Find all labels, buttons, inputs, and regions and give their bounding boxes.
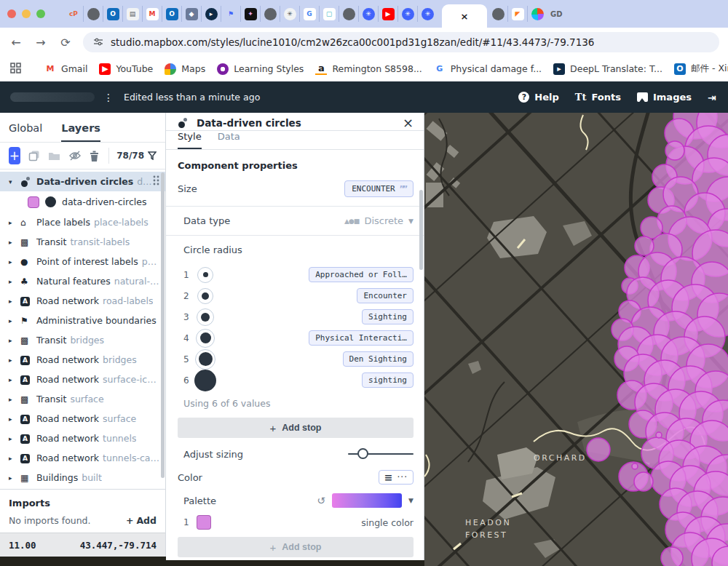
layer-row-built[interactable]: ▸▦Buildingsbuilt xyxy=(0,468,165,487)
layer-row-tunnels-case[interactable]: ▸ARoad networktunnels-case xyxy=(0,448,165,468)
active-tab[interactable]: × xyxy=(442,4,487,28)
deepl-favicon[interactable]: ▸ xyxy=(205,8,218,20)
add-color-stop-button[interactable]: + Add stop xyxy=(178,537,414,557)
pinned-tab-document[interactable]: ▤ xyxy=(123,6,143,22)
maximize-window-button[interactable] xyxy=(36,9,45,18)
size-value-button[interactable]: ENCOUNTER”” xyxy=(344,180,414,197)
stop-value-button[interactable]: Approached or Foll… xyxy=(309,267,414,282)
pinned-tab-cpanel[interactable]: cP xyxy=(64,6,84,22)
delete-layer-icon[interactable] xyxy=(90,151,99,162)
stop-value-button[interactable]: Physical Interacti… xyxy=(309,330,414,346)
youtube-favicon[interactable]: ▶ xyxy=(382,8,395,20)
radius-preview-dot[interactable] xyxy=(200,332,211,343)
expand-icon[interactable]: ▸ xyxy=(9,356,20,364)
layer-row-surface[interactable]: ▸▩Transitsurface xyxy=(0,389,165,409)
bookmark-item[interactable]: aRemington S8598... xyxy=(309,60,427,78)
radius-preview-dot[interactable] xyxy=(201,313,210,322)
bookmark-item[interactable]: MGmail xyxy=(39,60,93,78)
fonts-button[interactable]: Tt Fonts xyxy=(575,92,621,103)
stop-value-button[interactable]: sighting xyxy=(362,372,414,388)
tab-global[interactable]: Global xyxy=(9,122,42,142)
url-bar[interactable]: studio.mapbox.com/styles/lucine1010/cm2w… xyxy=(83,32,719,52)
close-tab-icon[interactable]: × xyxy=(461,11,469,22)
adjust-sizing-slider[interactable] xyxy=(348,448,414,460)
bookmark-item[interactable]: ▸DeepL Translate: T... xyxy=(547,60,668,78)
photo-editor-favicon[interactable]: ✦ xyxy=(245,8,257,20)
tab-style[interactable]: Style xyxy=(178,131,202,149)
close-window-button[interactable] xyxy=(7,9,16,18)
layer-row-poi-labels[interactable]: ▸●Point of interest labelspoi-labels xyxy=(0,252,165,271)
openai-favicon[interactable]: ✳ xyxy=(284,8,296,20)
expand-icon[interactable]: ▸ xyxy=(9,396,20,403)
add-stop-button[interactable]: + Add stop xyxy=(178,418,414,438)
layer-row-admin[interactable]: ▸⚑Administrative boundariesadmin xyxy=(0,311,165,330)
pinned-tab-outlook[interactable]: O xyxy=(103,6,123,22)
palette-gradient-swatch[interactable] xyxy=(332,493,402,508)
mapbox-favicon[interactable]: ✳ xyxy=(363,8,375,20)
layer-row-bridges[interactable]: ▸ARoad networkbridges xyxy=(0,350,165,370)
expand-icon[interactable]: ▸ xyxy=(9,435,20,442)
pinned-tab-youtube[interactable]: ▶ xyxy=(379,6,398,22)
bookmark-item[interactable]: Maps xyxy=(159,60,211,78)
hide-layer-icon[interactable] xyxy=(68,151,82,161)
bookmark-item[interactable]: ▶YouTube xyxy=(93,60,159,78)
pinned-tab-globe[interactable] xyxy=(84,6,103,22)
outlook-favicon[interactable]: O xyxy=(166,8,178,20)
window-controls[interactable] xyxy=(7,9,45,18)
radius-preview-dot[interactable] xyxy=(194,370,216,391)
pinned-tab-globe[interactable] xyxy=(261,6,280,22)
expand-icon[interactable]: ▸ xyxy=(9,239,20,246)
radius-preview-dot[interactable] xyxy=(199,352,213,366)
layer-row-natural-labels[interactable]: ▸♣Natural featuresnatural-labels xyxy=(0,271,165,291)
pinned-tab-frame[interactable]: ▢ xyxy=(320,6,339,22)
add-layer-button[interactable]: + xyxy=(9,147,20,164)
globe-favicon[interactable] xyxy=(87,8,100,20)
pinned-tab-cube[interactable]: ◆ xyxy=(182,6,202,22)
images-button[interactable]: Images xyxy=(637,92,692,103)
cpanel-favicon[interactable]: cP xyxy=(68,8,80,20)
color-options-button[interactable]: ≡ ··· xyxy=(379,470,414,485)
pinned-tab-studio[interactable]: ◤ xyxy=(508,6,528,22)
pinned-tab-mapbox[interactable]: ✳ xyxy=(418,6,438,22)
sublayer-row[interactable]: data-driven-circles xyxy=(0,191,165,212)
close-panel-icon[interactable]: × xyxy=(403,115,414,130)
expand-icon[interactable]: ▸ xyxy=(9,415,20,423)
pinned-tab-figma[interactable] xyxy=(528,6,547,22)
expand-icon[interactable]: ▸ xyxy=(9,278,20,285)
mapbox-favicon[interactable]: ✳ xyxy=(422,8,434,20)
layer-row-place-labels[interactable]: ▸⌂Place labelsplace-labels xyxy=(0,212,165,232)
pinned-tab-globe[interactable] xyxy=(339,6,359,22)
layer-row-bridges[interactable]: ▸▩Transitbridges xyxy=(0,330,165,350)
panel-scrollbar[interactable] xyxy=(419,190,423,270)
color-swatch[interactable] xyxy=(197,515,211,530)
expand-icon[interactable]: ▸ xyxy=(9,337,20,344)
collapse-icon[interactable]: ▾ xyxy=(9,178,20,186)
outlook-favicon[interactable]: O xyxy=(107,8,119,20)
layer-row-surface[interactable]: ▸ARoad networksurface xyxy=(0,409,165,429)
studio-favicon[interactable]: ◤ xyxy=(512,8,524,20)
layer-row-transit-labels[interactable]: ▸▩Transittransit-labels xyxy=(0,232,165,252)
expand-icon[interactable]: ▸ xyxy=(9,376,20,383)
globe-favicon[interactable] xyxy=(492,8,505,20)
pinned-tab-gmail[interactable]: M xyxy=(143,6,162,22)
duplicate-layer-icon[interactable] xyxy=(28,150,40,162)
radius-preview-dot[interactable] xyxy=(202,292,209,300)
pinned-tab-google[interactable]: G xyxy=(300,6,320,22)
expand-icon[interactable]: ▸ xyxy=(9,455,20,462)
style-menu-icon[interactable]: ⋮ xyxy=(103,92,114,103)
minimize-window-button[interactable] xyxy=(22,9,31,18)
group-layers-icon[interactable] xyxy=(48,151,60,161)
frame-favicon[interactable]: ▢ xyxy=(323,8,336,20)
reload-icon[interactable]: ⟳ xyxy=(58,36,73,49)
pinned-tab-outlook[interactable]: O xyxy=(162,6,182,22)
tab-data[interactable]: Data xyxy=(218,131,240,149)
figma-favicon[interactable] xyxy=(531,8,544,20)
add-import-button[interactable]: +Add xyxy=(126,515,157,526)
bookmark-item[interactable]: Learning Styles xyxy=(211,60,309,78)
pinned-tab-openai[interactable]: ✳ xyxy=(280,6,300,22)
layer-row-road-labels[interactable]: ▸ARoad networkroad-labels xyxy=(0,291,165,311)
layer-row-surface-icons[interactable]: ▸ARoad networksurface-icons xyxy=(0,370,165,389)
layer-row-data-driven-ci[interactable]: ▾Data-driven circlesdata-driven-ci xyxy=(0,172,165,191)
reverse-palette-icon[interactable]: ↺ xyxy=(317,495,325,506)
pinned-tab-bookmark[interactable]: ⚑ xyxy=(221,6,241,22)
